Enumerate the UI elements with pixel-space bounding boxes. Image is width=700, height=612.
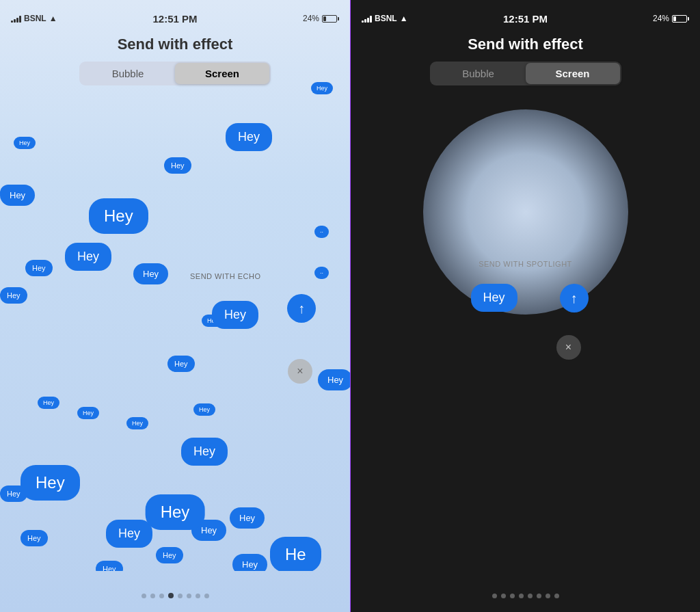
dot-5 bbox=[178, 594, 183, 598]
right-cancel-button[interactable]: × bbox=[556, 335, 581, 360]
right-dot-8 bbox=[554, 594, 559, 598]
bubble-24: Hey bbox=[232, 554, 267, 571]
bubble-27: ·· bbox=[314, 226, 329, 238]
bottom-hey-bubble-2: Hey bbox=[230, 507, 265, 529]
bubble-9: Hey bbox=[311, 82, 333, 94]
right-dots-row bbox=[351, 594, 700, 598]
bubble-16: Hey bbox=[181, 438, 228, 466]
left-status-bar: BSNL ▲ 12:51 PM 24% bbox=[0, 0, 350, 30]
bubble-28: ·· bbox=[314, 267, 329, 279]
left-send-button[interactable] bbox=[287, 294, 316, 323]
right-status-right: 24% bbox=[653, 14, 689, 23]
right-cancel-icon: × bbox=[565, 341, 571, 354]
dot-7 bbox=[196, 594, 200, 598]
battery-fill-right bbox=[673, 16, 676, 21]
right-signal-bars-icon bbox=[362, 14, 372, 23]
left-dots-row bbox=[0, 593, 350, 598]
signal-bar-4 bbox=[19, 16, 21, 23]
signal-bars-icon bbox=[11, 14, 21, 23]
left-title: Send with effect bbox=[118, 36, 233, 53]
right-hey-bubble: Hey bbox=[471, 284, 517, 312]
bubble-21: Hey bbox=[21, 530, 48, 546]
right-dot-4 bbox=[519, 594, 524, 598]
bubble-32: Hey bbox=[193, 403, 215, 416]
spotlight-circle bbox=[423, 109, 628, 315]
battery-fill-left bbox=[323, 16, 326, 21]
battery-percent-left: 24% bbox=[303, 14, 319, 23]
bubble-8: Hey bbox=[212, 301, 258, 329]
battery-icon-right bbox=[672, 15, 689, 23]
bubble-2: Hey bbox=[226, 123, 272, 151]
bubble-31: Hey bbox=[96, 561, 123, 571]
bubble-11: Hey bbox=[38, 397, 59, 409]
right-status-bar: BSNL ▲ 12:51 PM 24% bbox=[351, 0, 700, 30]
right-panel: BSNL ▲ 12:51 PM 24% Send with effect Bub… bbox=[350, 0, 700, 612]
right-screen-tab[interactable]: Screen bbox=[526, 63, 620, 84]
battery-icon-left bbox=[322, 15, 339, 23]
right-dot-1 bbox=[492, 594, 497, 598]
right-wifi-icon: ▲ bbox=[400, 14, 408, 23]
dot-2 bbox=[150, 594, 155, 598]
carrier-label: BSNL bbox=[24, 14, 46, 23]
left-time: 12:51 PM bbox=[152, 13, 197, 25]
bubble-4: Hey bbox=[65, 243, 111, 271]
right-carrier-label: BSNL bbox=[375, 14, 397, 23]
right-signal-bar-2 bbox=[364, 19, 366, 23]
battery-body-right bbox=[672, 15, 687, 23]
bubble-3: Hey bbox=[89, 198, 148, 234]
bubble-14: Hey bbox=[0, 287, 27, 304]
right-signal-bar-4 bbox=[370, 16, 372, 23]
left-panel: BSNL ▲ 12:51 PM 24% Send with effect Bub… bbox=[0, 0, 350, 612]
bottom-hey-bubble: Hey bbox=[146, 494, 205, 530]
right-bubble-tab[interactable]: Bubble bbox=[431, 63, 526, 84]
bubble-1: Hey bbox=[164, 157, 191, 174]
bubble-13: Hey bbox=[318, 369, 350, 390]
bubble-10: Hey bbox=[167, 356, 195, 372]
bubble-18: Hey bbox=[0, 485, 27, 502]
bubble-15: Hey bbox=[14, 137, 36, 149]
battery-tip-left bbox=[338, 17, 339, 21]
bubble-29: Hey bbox=[0, 185, 35, 206]
echo-bubble-area: Hey Hey Hey Hey Hey Hey Hey Hey Hey Hey … bbox=[0, 82, 350, 571]
wifi-icon: ▲ bbox=[49, 14, 57, 23]
bubble-19: Hey bbox=[126, 417, 148, 429]
signal-bar-1 bbox=[11, 21, 13, 23]
bubble-17: Hey bbox=[21, 465, 80, 501]
dot-6 bbox=[187, 594, 191, 598]
dot-4-active bbox=[168, 593, 174, 598]
dot-8 bbox=[204, 594, 209, 598]
left-status-right: 24% bbox=[303, 14, 339, 23]
bubble-20: Hey bbox=[106, 520, 152, 548]
signal-bar-3 bbox=[16, 18, 18, 23]
bubble-25: He bbox=[270, 537, 321, 571]
right-status-left: BSNL ▲ bbox=[362, 14, 408, 23]
left-cancel-icon: × bbox=[297, 365, 303, 377]
right-dot-3 bbox=[510, 594, 515, 598]
bubble-5: Hey bbox=[133, 263, 168, 284]
dot-3 bbox=[159, 594, 164, 598]
left-cancel-button[interactable]: × bbox=[288, 359, 312, 384]
right-signal-bar-1 bbox=[362, 21, 364, 23]
spotlight-effect-label: SEND WITH SPOTLIGHT bbox=[479, 260, 572, 268]
right-dot-6 bbox=[537, 594, 541, 598]
left-bubble-tab[interactable]: Bubble bbox=[81, 63, 175, 84]
left-screen-tab[interactable]: Screen bbox=[175, 63, 269, 84]
right-dot-5 bbox=[528, 594, 533, 598]
right-dot-7 bbox=[546, 594, 550, 598]
battery-body-left bbox=[322, 15, 337, 23]
echo-effect-label: SEND WITH ECHO bbox=[190, 272, 261, 280]
right-send-button[interactable] bbox=[560, 284, 589, 312]
right-dot-2 bbox=[501, 594, 506, 598]
bubble-6: Hey bbox=[25, 260, 53, 276]
signal-bar-2 bbox=[14, 19, 16, 23]
right-title: Send with effect bbox=[468, 36, 583, 53]
right-segment-control: Bubble Screen bbox=[430, 62, 621, 85]
right-time: 12:51 PM bbox=[503, 13, 548, 25]
bubble-23: Hey bbox=[156, 547, 183, 563]
bubble-12: Hey bbox=[77, 407, 99, 419]
right-signal-bar-3 bbox=[367, 18, 369, 23]
battery-tip-right bbox=[688, 17, 689, 21]
battery-percent-right: 24% bbox=[653, 14, 669, 23]
left-status-left: BSNL ▲ bbox=[11, 14, 57, 23]
dot-1 bbox=[142, 594, 146, 598]
